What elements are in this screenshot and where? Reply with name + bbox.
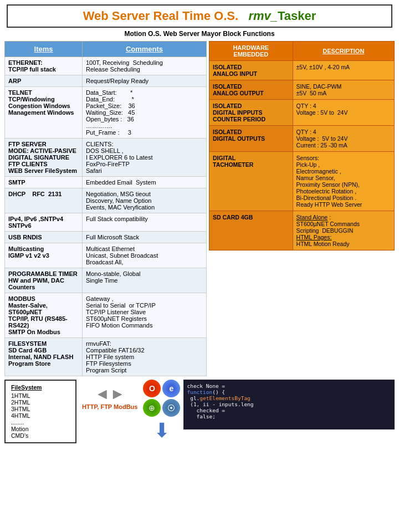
table-row: TELNET TCP/Windowing Congestion Windows … (5, 87, 83, 139)
table-row: rmvuFAT: Compatible FAT16/32 HTTP File s… (83, 338, 207, 376)
table-row: SINE, DAC-PWM ±5V 50 mA (293, 80, 394, 100)
browsers-area: O e ⊕ ⦿ ⬇ (143, 380, 180, 442)
list-item: 2HTML (11, 399, 70, 406)
bottom-section: FileSystem 1HTML2HTML3HTML4HTML........M… (4, 380, 395, 443)
opera-icon: O (143, 380, 161, 397)
filesystem-box: FileSystem 1HTML2HTML3HTML4HTML........M… (4, 380, 76, 443)
table-row: ISOLATED ANALOG OUTPUT (209, 80, 293, 100)
code-line2: function() { (187, 389, 391, 395)
table-row: ISOLATED ANALOG INPUT (209, 61, 293, 80)
left-arrow-icon: ◄ (95, 385, 110, 403)
title-part3: Tasker (278, 9, 316, 23)
right-table: HARDWAREEMBEDDED DESCRIPTION ISOLATED AN… (209, 41, 395, 250)
table-row: FTP SERVER MODE: ACTIVE-PASIVE DIGITAL S… (5, 139, 83, 177)
table-row: Multicasting IGMP v1 v2 v3 (5, 243, 83, 268)
right-arrow-icon: ► (110, 385, 125, 403)
desc-header: DESCRIPTION (293, 42, 394, 61)
main-layout: Items Comments ETHERNET: TCP/IP full sta… (4, 41, 395, 376)
table-row: Data_Start: * Data_End: * Packet_Size: 3… (83, 87, 207, 139)
chrome-icon: ⊕ (143, 399, 161, 417)
table-row: ISOLATED DIGITAL OUTPUTS (209, 126, 293, 152)
table-row: ISOLATED DIGITAL INPPUTS COUNTER PERIOD (209, 100, 293, 126)
title-part2: rmv_ (248, 9, 278, 23)
code-preview: check None = function() { gl.getElements… (183, 380, 395, 429)
list-item: Motion (11, 426, 70, 432)
list-item: 1HTML (11, 392, 70, 399)
table-row: Full Microsoft Stack (83, 232, 207, 243)
table-row: QTY : 4 Voltage : 5V to 24V (293, 100, 394, 126)
arrow-area: ◄ ► HTTP, FTP ModBus (80, 380, 140, 417)
code-line3: gl.getElementsByTag (187, 395, 391, 401)
table-row: FILESYSTEM SD Card 4GB Internal, NAND FL… (5, 338, 83, 376)
table-row: DIGITAL TACHOMETER (209, 152, 293, 211)
comments-header: Comments (83, 42, 207, 57)
table-row: Full Stack compatibility (83, 213, 207, 232)
table-row: 100T, Receiving Scheduling Release Sched… (83, 57, 207, 75)
left-table: Items Comments ETHERNET: TCP/IP full sta… (4, 41, 207, 376)
browser-icons: O e ⊕ ⦿ (143, 380, 180, 417)
hw-header: HARDWAREEMBEDDED (209, 42, 293, 61)
table-row: ETHERNET: TCP/IP full stack (5, 57, 83, 75)
table-row: ±5V, ±10V , 4-20 mA (293, 61, 394, 80)
filesystem-title: FileSystem (11, 384, 70, 391)
table-row: Stand Alone :ST600µNET CommandsScripting… (293, 211, 394, 250)
table-row: IPv4, IPv6 ,SNTPv4 SNTPv6 (5, 213, 83, 232)
code-line5: checked = (187, 407, 391, 413)
table-row: Multicast Ethernet Unicast, Subnet Broad… (83, 243, 207, 268)
title-part1: Web Server Real Time O.S. (83, 9, 238, 23)
table-row: SD CARD 4GB (209, 211, 293, 250)
code-line1: check None = (187, 383, 391, 389)
table-row: Mono-stable, Global Single Time (83, 268, 207, 293)
table-row: USB RNDIS (5, 232, 83, 243)
table-row: Gateway , Serial to Serial or TCP/IP TCP… (83, 293, 207, 338)
code-line6: false; (187, 413, 391, 420)
list-item: 4HTML (11, 412, 70, 419)
table-row: Negotiation, MSG tieout Discovery, Name … (83, 188, 207, 213)
table-row: Embedded Email System (83, 177, 207, 188)
down-arrow-icon: ⬇ (154, 419, 170, 442)
header-box: Web Server Real Time O.S. rmv_Tasker (7, 4, 392, 28)
right-section: HARDWAREEMBEDDED DESCRIPTION ISOLATED AN… (209, 41, 395, 376)
table-row: Sensors: Pick-Up , Electromagnetic , Nam… (293, 152, 394, 211)
table-row: CLIENTS: DOS SHELL , I EXPLORER 6 to Lat… (83, 139, 207, 177)
table-row: DHCP RFC 2131 (5, 188, 83, 213)
code-line4: (1, ii - inputs.leng (187, 401, 391, 407)
items-header: Items (5, 42, 83, 57)
list-item: ........ (11, 419, 70, 426)
table-row: MODBUS Master-Salve, ST600µNET TCP/IP, R… (5, 293, 83, 338)
arrow-label: HTTP, FTP ModBus (82, 403, 137, 411)
safari-icon: ⦿ (162, 399, 180, 417)
table-row: Request/Replay Ready (83, 75, 207, 87)
table-row: PROGRAMABLE TIMER HW and PWM, DAC Counte… (5, 268, 83, 293)
ie-icon: e (162, 380, 180, 397)
table-row: ARP (5, 75, 83, 87)
subtitle: Motion O.S. Web Server Mayor Block Funct… (0, 30, 399, 38)
table-row: QTY : 4 Voltage : 5V to 24V Current : 25… (293, 126, 394, 152)
table-row: SMTP (5, 177, 83, 188)
list-item: CMD's (11, 432, 70, 439)
header-title: Web Server Real Time O.S. rmv_Tasker (13, 9, 386, 23)
list-item: 3HTML (11, 406, 70, 412)
